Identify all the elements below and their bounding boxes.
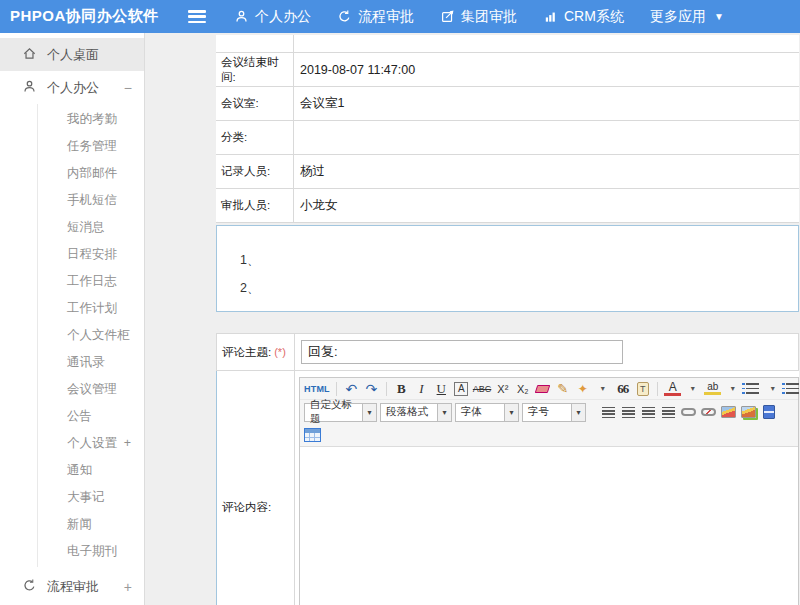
nav-personal-office[interactable]: 个人办公 <box>234 8 311 26</box>
sidebar-item-my-attendance[interactable]: 我的考勤 <box>38 106 144 133</box>
process-cycle-icon <box>22 578 37 596</box>
align-justify-icon[interactable] <box>662 407 675 418</box>
approver-label: 审批人员: <box>216 189 294 222</box>
sidebar-item-schedule[interactable]: 日程安排 <box>38 241 144 268</box>
sidebar-item-sms[interactable]: 手机短信 <box>38 187 144 214</box>
insert-table-icon[interactable] <box>304 428 321 442</box>
home-icon <box>22 46 37 64</box>
quick-format-icon[interactable]: ✦ <box>574 380 591 398</box>
font-color-icon[interactable]: A <box>664 382 681 396</box>
meeting-room-value: 会议室1 <box>294 87 799 120</box>
font-size-select[interactable]: 字号 ▾ <box>522 403 586 422</box>
sidebar-item-work-plan[interactable]: 工作计划 <box>38 295 144 322</box>
paste-as-text-icon[interactable]: T <box>637 382 649 396</box>
align-center-icon[interactable] <box>622 407 635 418</box>
sidebar-item-personal-office[interactable]: 个人办公 − <box>0 71 144 104</box>
remove-format-icon[interactable]: A <box>454 382 468 396</box>
sidebar-item-short-message[interactable]: 短消息 <box>38 214 144 241</box>
comment-subject-value-cell <box>295 334 798 370</box>
paragraph-format-select[interactable]: 段落格式 ▾ <box>380 403 452 422</box>
process-cycle-icon <box>337 9 352 24</box>
chevron-down-icon[interactable]: ▾ <box>594 380 611 398</box>
edit-icon <box>440 9 455 24</box>
comment-subject-label-cell: 评论主题: (*) <box>217 334 295 370</box>
unordered-list-icon[interactable] <box>786 383 799 394</box>
sidebar-item-personal-files[interactable]: 个人文件柜 <box>38 322 144 349</box>
nav-label: 流程审批 <box>358 8 414 26</box>
editor-toolbar-row1: HTML ↶ ↷ B I U A ABC X² <box>300 378 798 400</box>
nav-crm-system[interactable]: CRM系统 <box>543 8 624 26</box>
blockquote-icon[interactable]: 66 <box>614 380 631 398</box>
sidebar-item-label: 个人设置 <box>67 430 117 457</box>
nav-more-apps[interactable]: 更多应用 ▼ <box>650 8 724 26</box>
sidebar-item-personal-desktop[interactable]: 个人桌面 <box>0 38 144 71</box>
nav-process-approval[interactable]: 流程审批 <box>337 8 414 26</box>
align-left-icon[interactable] <box>602 407 615 418</box>
format-brush-icon[interactable]: ✎ <box>554 380 571 398</box>
sidebar-item-notification[interactable]: 通知 <box>38 457 144 484</box>
nav-label: 个人办公 <box>255 8 311 26</box>
comment-content-cell: HTML ↶ ↷ B I U A ABC X² <box>295 371 799 605</box>
label-cell <box>216 35 294 52</box>
bold-icon[interactable]: B <box>393 380 410 398</box>
nav-group-approval[interactable]: 集团审批 <box>440 8 517 26</box>
chevron-down-icon[interactable]: ▾ <box>764 380 781 398</box>
heading-select[interactable]: 自定义标题 ▾ <box>304 403 377 422</box>
menu-toggle-icon[interactable] <box>188 10 206 23</box>
unlink-icon[interactable] <box>701 408 716 416</box>
notes-line: 2、 <box>240 274 798 302</box>
sidebar-item-label: 个人办公 <box>47 79 99 97</box>
bar-chart-icon <box>543 9 558 24</box>
category-label: 分类: <box>216 121 294 154</box>
highlight-color-icon[interactable]: ab <box>704 382 721 395</box>
sidebar-item-milestones[interactable]: 大事记 <box>38 484 144 511</box>
toolbar-separator <box>336 382 337 396</box>
undo-icon[interactable]: ↶ <box>343 380 360 398</box>
html-source-button[interactable]: HTML <box>304 380 330 398</box>
superscript-icon[interactable]: X² <box>494 380 511 398</box>
sidebar-item-internal-mail[interactable]: 内部邮件 <box>38 160 144 187</box>
person-icon <box>234 9 249 24</box>
eraser-icon[interactable] <box>535 385 551 393</box>
chevron-down-icon[interactable]: ▾ <box>724 380 741 398</box>
link-icon[interactable] <box>681 408 696 416</box>
sidebar-item-contacts[interactable]: 通讯录 <box>38 349 144 376</box>
expand-icon[interactable]: + <box>124 430 131 457</box>
toolbar-separator <box>657 382 658 396</box>
collapse-icon[interactable]: − <box>124 80 132 96</box>
chevron-down-icon[interactable]: ▾ <box>684 380 701 398</box>
font-family-select[interactable]: 字体 ▾ <box>455 403 519 422</box>
app-brand: PHPOA协同办公软件 <box>0 7 188 26</box>
subscript-icon[interactable]: X₂ <box>514 380 531 398</box>
toolbar-separator <box>386 382 387 396</box>
chevron-down-icon: ▾ <box>504 404 518 421</box>
redo-icon[interactable]: ↷ <box>363 380 380 398</box>
strikethrough-icon[interactable]: ABC <box>473 380 492 398</box>
italic-icon[interactable]: I <box>413 380 430 398</box>
media-icon[interactable] <box>763 405 775 419</box>
expand-icon[interactable]: + <box>124 579 132 595</box>
editor-content-area[interactable] <box>300 447 798 605</box>
editor-toolbar-row3 <box>300 424 798 447</box>
sidebar-item-e-journal[interactable]: 电子期刊 <box>38 538 144 565</box>
sidebar-item-process-approval[interactable]: 流程审批 + <box>0 570 144 603</box>
multi-image-icon[interactable] <box>741 406 756 418</box>
table-row-partial <box>216 35 799 53</box>
sidebar-item-news[interactable]: 新闻 <box>38 511 144 538</box>
sidebar-item-work-log[interactable]: 工作日志 <box>38 268 144 295</box>
sidebar-item-announcement[interactable]: 公告 <box>38 403 144 430</box>
sidebar-item-label: 流程审批 <box>47 578 99 596</box>
sidebar-item-meeting-management[interactable]: 会议管理 <box>38 376 144 403</box>
chevron-down-icon: ▾ <box>571 404 585 421</box>
underline-icon[interactable]: U <box>433 380 450 398</box>
meeting-room-label: 会议室: <box>216 87 294 120</box>
table-row: 会议结束时间: 2019-08-07 11:47:00 <box>216 53 799 87</box>
ordered-list-icon[interactable] <box>746 383 759 394</box>
comment-subject-input[interactable] <box>301 340 623 364</box>
sidebar-item-task-management[interactable]: 任务管理 <box>38 133 144 160</box>
table-row: 分类: <box>216 121 799 155</box>
meeting-notes-box[interactable]: 1、 2、 <box>216 225 799 312</box>
sidebar-item-personal-settings[interactable]: 个人设置 + <box>38 430 144 457</box>
align-right-icon[interactable] <box>642 407 655 418</box>
image-icon[interactable] <box>721 406 736 418</box>
